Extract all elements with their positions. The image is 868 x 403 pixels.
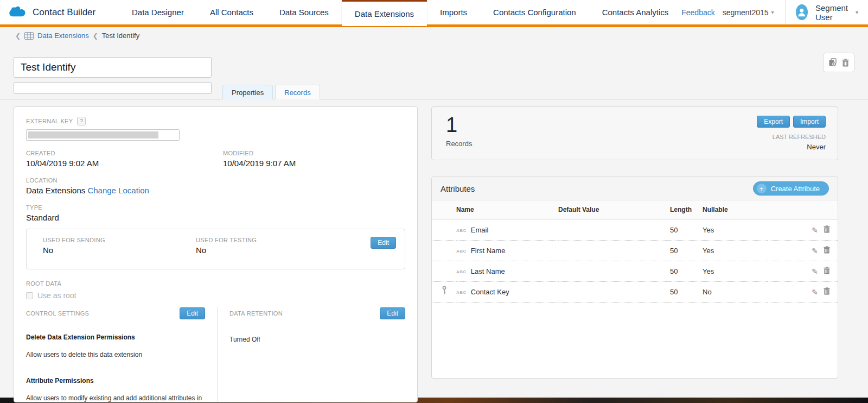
import-button[interactable]: Import <box>793 116 826 128</box>
text-type-icon: ABC <box>456 290 467 295</box>
feedback-link[interactable]: Feedback <box>681 8 714 17</box>
duplicate-icon[interactable] <box>828 58 838 67</box>
attribute-permissions-desc: Allow users to modify existing and add a… <box>26 394 205 402</box>
attribute-name: Contact Key <box>471 288 509 296</box>
last-refreshed-label: LAST REFRESHED <box>757 134 826 140</box>
nav-tab[interactable]: Data Extensions <box>342 0 427 26</box>
nav-tab[interactable]: Contacts Analytics <box>589 0 682 26</box>
used-for-testing-label: USED FOR TESTING <box>196 237 371 243</box>
delete-extension-icon[interactable] <box>842 59 849 67</box>
change-location-link[interactable]: Change Location <box>87 186 149 195</box>
edit-data-retention-button[interactable]: Edit <box>380 307 405 319</box>
attribute-permissions-title: Attribute Permissions <box>26 377 205 385</box>
attribute-length: 50 <box>670 240 703 261</box>
attribute-default-value <box>558 240 670 261</box>
created-value: 10/04/2019 9:02 AM <box>26 159 223 168</box>
used-for-sending-value: No <box>43 245 196 255</box>
text-type-icon: ABC <box>456 228 467 233</box>
control-settings-label: CONTROL SETTINGS <box>26 310 89 317</box>
type-label: TYPE <box>26 204 405 211</box>
sending-settings-box: USED FOR SENDING No USED FOR TESTING No … <box>26 229 405 269</box>
column-header-nullable: Nullable <box>703 200 768 219</box>
external-key-redacted-value <box>28 131 158 138</box>
delete-attribute-icon[interactable] <box>824 288 830 297</box>
app-title: Contact Builder <box>33 7 95 18</box>
created-label: CREATED <box>26 150 223 156</box>
help-icon[interactable]: ? <box>77 117 86 125</box>
records-summary-panel: 1 Records Export Import LAST REFRESHED N… <box>431 106 838 160</box>
brand: Contact Builder <box>8 5 119 20</box>
attribute-nullable: Yes <box>703 219 768 240</box>
account-menu[interactable]: segment2015 ▾ <box>723 8 774 17</box>
attribute-name: Last Name <box>471 267 505 275</box>
breadcrumb-parent-link[interactable]: Data Extensions <box>37 32 89 40</box>
user-name: Segment User <box>815 3 853 22</box>
plus-icon: + <box>757 184 767 193</box>
last-refreshed-value: Never <box>757 143 826 151</box>
attribute-default-value <box>558 219 670 240</box>
nav-tab[interactable]: Contacts Configuration <box>480 0 589 26</box>
detail-tabs: Properties Records <box>222 85 320 99</box>
avatar[interactable] <box>796 4 808 20</box>
edit-attribute-icon[interactable]: ✎ <box>812 288 818 297</box>
attribute-row: ABCFirst Name50Yes✎ <box>432 240 838 261</box>
use-as-root-checkbox[interactable] <box>26 292 33 299</box>
tab-records[interactable]: Records <box>275 85 320 99</box>
text-type-icon: ABC <box>456 249 467 254</box>
chevron-down-icon: ▾ <box>856 9 858 15</box>
attribute-default-value <box>558 261 670 281</box>
delete-attribute-icon[interactable] <box>824 267 830 276</box>
text-type-icon: ABC <box>456 269 467 274</box>
attribute-name: Email <box>471 226 489 234</box>
properties-panel: EXTERNAL KEY ? CREATED 10/04/2019 9:02 A… <box>14 106 418 402</box>
attribute-default-value <box>558 281 670 302</box>
cloud-logo-icon <box>8 5 28 20</box>
external-key-label: EXTERNAL KEY <box>26 118 73 124</box>
chevron-down-icon: ▾ <box>771 9 774 15</box>
create-attribute-button[interactable]: + Create Attribute <box>753 181 829 196</box>
column-header-name: Name <box>456 200 558 219</box>
attributes-table: Name Default Value Length Nullable ABCEm… <box>432 200 838 303</box>
edit-control-settings-button[interactable]: Edit <box>180 307 205 319</box>
delete-attribute-icon[interactable] <box>824 247 830 255</box>
tab-divider <box>0 99 868 99</box>
tab-properties[interactable]: Properties <box>222 85 273 99</box>
used-for-sending-label: USED FOR SENDING <box>43 237 196 243</box>
delete-attribute-icon[interactable] <box>824 226 830 235</box>
user-menu[interactable]: Segment User ▾ <box>815 3 858 22</box>
primary-key-icon <box>442 286 447 296</box>
location-label: LOCATION <box>26 177 405 184</box>
edit-attribute-icon[interactable]: ✎ <box>812 226 818 235</box>
export-button[interactable]: Export <box>757 116 790 128</box>
nav-tab[interactable]: Data Designer <box>119 0 197 26</box>
nav-tab[interactable]: Imports <box>427 0 480 26</box>
table-grid-icon <box>24 32 34 40</box>
attribute-row: ABCLast Name50Yes✎ <box>432 261 838 281</box>
attribute-length: 50 <box>670 219 703 240</box>
location-value: Data Extensions <box>26 186 85 195</box>
edit-attribute-icon[interactable]: ✎ <box>812 267 818 276</box>
attribute-nullable: Yes <box>703 261 768 281</box>
nav-divider <box>785 0 786 24</box>
extension-name-input[interactable] <box>14 57 212 78</box>
attributes-table-body: ABCEmail50Yes✎ABCFirst Name50Yes✎ABCLast… <box>432 219 838 302</box>
top-navigation-bar: Contact Builder Data DesignerAll Contact… <box>0 0 868 27</box>
edit-attribute-icon[interactable]: ✎ <box>812 247 818 255</box>
user-icon <box>796 4 808 20</box>
attribute-nullable: No <box>703 281 768 302</box>
page-content: ❮ Data Extensions ❮ Test Identify Proper… <box>0 27 868 398</box>
data-retention-value: Turned Off <box>229 336 405 343</box>
use-as-root-label: Use as root <box>37 291 76 300</box>
attribute-length: 50 <box>670 281 703 302</box>
attribute-name: First Name <box>471 247 506 255</box>
extension-description-input[interactable] <box>14 82 212 94</box>
extension-actions <box>823 53 854 72</box>
edit-sending-button[interactable]: Edit <box>371 237 396 249</box>
nav-tab[interactable]: All Contacts <box>197 0 266 26</box>
breadcrumb-back-icon[interactable]: ❮ <box>15 32 21 40</box>
breadcrumb-current: Test Identify <box>102 32 139 40</box>
delete-permissions-title: Delete Data Extension Permissions <box>26 333 205 341</box>
column-header-length: Length <box>670 200 703 219</box>
nav-tab[interactable]: Data Sources <box>266 0 342 26</box>
external-key-input[interactable] <box>26 129 180 141</box>
